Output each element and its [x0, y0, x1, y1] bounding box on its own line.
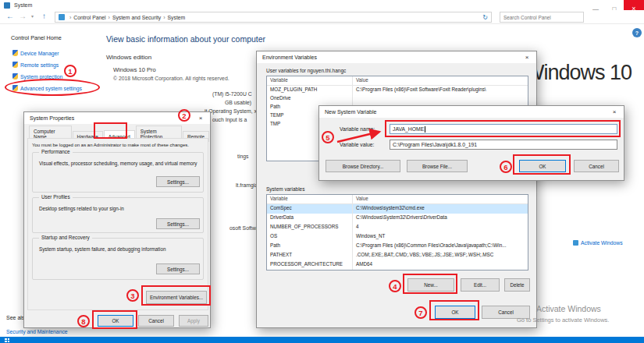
- control-panel-icon: [59, 14, 65, 20]
- pen-touch-fragment: ouch Input is a: [212, 117, 247, 122]
- startup-recovery-settings-button[interactable]: Settings...: [156, 263, 200, 274]
- sidebar-item-device-manager[interactable]: Device Manager: [12, 50, 59, 56]
- table-row[interactable]: OneDrive: [267, 94, 528, 103]
- delete-system-variable-button[interactable]: Delete: [504, 278, 530, 292]
- security-maintenance-link[interactable]: Security and Maintenance: [6, 329, 68, 334]
- new-system-variable-ok-button[interactable]: OK: [519, 160, 566, 172]
- history-dropdown-icon[interactable]: ▾: [31, 14, 34, 19]
- page-title: View basic information about your comput…: [106, 34, 265, 44]
- step-badge-1: 1: [64, 65, 76, 77]
- user-variables-label: User variables for nguyen.thi.hangc: [266, 68, 346, 73]
- activate-windows-label: Activate Windows: [581, 240, 623, 246]
- performance-settings-button[interactable]: Settings...: [156, 176, 200, 187]
- table-row[interactable]: MOZ_PLUGIN_PATHC:\Program Files (x86)\Fo…: [267, 86, 528, 94]
- search-input[interactable]: [500, 15, 583, 20]
- windows-edition-value: Windows 10 Pro: [113, 66, 156, 73]
- table-row[interactable]: DriverDataC:\Windows\System32\Drivers\Dr…: [267, 214, 528, 223]
- window-title: System: [14, 2, 32, 8]
- system-variables-table: Variable Value ComSpecC:\Windows\system3…: [266, 194, 528, 271]
- windows-edition-header: Windows edition: [106, 54, 151, 61]
- text-caret: [425, 126, 425, 133]
- table-header[interactable]: Variable Value: [267, 76, 528, 86]
- edit-system-variable-button[interactable]: Edit...: [461, 278, 500, 292]
- system-type-fragment: it Operating System, x: [205, 108, 257, 114]
- breadcrumb-separator: ›: [109, 15, 110, 20]
- environment-variables-ok-button[interactable]: OK: [435, 306, 475, 319]
- new-system-variable-titlebar[interactable]: New System Variable: [319, 106, 624, 118]
- search-box[interactable]: [500, 12, 584, 23]
- table-row-selected[interactable]: ComSpecC:\Windows\system32\cmd.exe: [267, 204, 528, 214]
- start-button-icon[interactable]: [5, 338, 9, 342]
- uac-shield-icon: [12, 73, 18, 80]
- user-profiles-group-desc: Desktop settings related to your sign-in: [39, 206, 198, 213]
- value-column-header[interactable]: Value: [353, 195, 528, 203]
- step1-highlight-oval: [5, 79, 100, 96]
- step-badge-3: 3: [126, 289, 139, 302]
- processor-fragment: (TM) i5-7200U C: [212, 91, 252, 97]
- variable-name-value: JAVA_HOME: [393, 126, 424, 132]
- performance-group: Performance Visual effects, processor sc…: [32, 152, 204, 193]
- activation-watermark-line2: Go to Settings to activate Windows.: [517, 316, 609, 324]
- sidebar-item-remote-settings[interactable]: Remote settings: [12, 62, 59, 68]
- table-row[interactable]: NUMBER_OF_PROCESSORS4: [267, 223, 528, 232]
- environment-variables-button[interactable]: Environment Variables...: [146, 291, 207, 304]
- copyright-text: © 2018 Microsoft Corporation. All rights…: [113, 76, 229, 81]
- value-column-header[interactable]: Value: [353, 76, 528, 85]
- navigation-bar: ← → ▾ ↑ › Control Panel › System and Sec…: [0, 10, 644, 24]
- browse-file-button[interactable]: Browse File...: [407, 160, 468, 172]
- startup-recovery-group-desc: System startup, system failure, and debu…: [39, 246, 198, 253]
- variable-name-input[interactable]: JAVA_HOME: [390, 124, 617, 134]
- breadcrumb-control-panel[interactable]: Control Panel: [73, 15, 105, 20]
- system-properties-dialog: System Properties × Computer Name Hardwa…: [23, 111, 211, 328]
- breadcrumb-system-security[interactable]: System and Security: [112, 15, 161, 20]
- table-row[interactable]: PATHEXT.COM;.EXE;.BAT;.CMD;.VBS;.VBE;.JS…: [267, 251, 528, 260]
- sidebar-home[interactable]: Control Panel Home: [11, 34, 62, 41]
- new-system-variable-button[interactable]: New...: [407, 278, 454, 292]
- system-window: System — □ × ← → ▾ ↑ › Control Panel › S…: [0, 0, 644, 343]
- system-properties-cancel-button[interactable]: Cancel: [138, 315, 174, 327]
- environment-variables-titlebar[interactable]: Environment Variables: [257, 51, 536, 63]
- system-properties-apply-button[interactable]: Apply: [179, 315, 208, 327]
- variable-value-value: C:\Program Files\Java\jdk1.8.0_191: [393, 142, 477, 147]
- table-row[interactable]: PROCESSOR_ARCHITECTUREAMD64: [267, 260, 528, 270]
- breadcrumb-separator: ›: [69, 15, 71, 20]
- taskbar[interactable]: [0, 337, 644, 343]
- window-titlebar[interactable]: System: [0, 0, 644, 10]
- system-properties-ok-button[interactable]: OK: [98, 315, 133, 327]
- admin-notice: You must be logged on as an Administrato…: [32, 143, 207, 147]
- breadcrumb-separator: ›: [163, 15, 165, 20]
- startup-recovery-group-title: Startup and Recovery: [39, 235, 92, 240]
- close-icon[interactable]: ×: [518, 51, 536, 63]
- user-profiles-settings-button[interactable]: Settings...: [156, 218, 200, 229]
- up-icon[interactable]: ↑: [42, 12, 46, 20]
- memory-fragment: GB usable): [225, 100, 251, 105]
- table-row[interactable]: PathC:\Program Files (x86)\Common Files\…: [267, 242, 528, 251]
- variable-value-input[interactable]: C:\Program Files\Java\jdk1.8.0_191: [390, 140, 617, 150]
- step-badge-5: 5: [322, 131, 334, 143]
- close-icon[interactable]: ×: [191, 112, 210, 124]
- startup-recovery-group: Startup and Recovery System startup, sys…: [32, 238, 204, 280]
- forward-icon[interactable]: →: [19, 12, 27, 20]
- environment-variables-title: Environment Variables: [262, 55, 317, 60]
- activate-windows-link[interactable]: Activate Windows: [573, 240, 623, 246]
- close-icon[interactable]: ×: [605, 106, 624, 118]
- table-row[interactable]: OSWindows_NT: [267, 232, 528, 242]
- new-system-variable-cancel-button[interactable]: Cancel: [574, 160, 619, 172]
- browse-directory-button[interactable]: Browse Directory...: [326, 160, 400, 172]
- user-profiles-group-title: User Profiles: [39, 194, 73, 200]
- activation-watermark-line1: Activate Windows: [536, 304, 601, 313]
- step-badge-4: 4: [389, 280, 401, 292]
- variable-column-header[interactable]: Variable: [267, 76, 353, 85]
- variable-column-header[interactable]: Variable: [267, 195, 353, 203]
- address-bar[interactable]: › Control Panel › System and Security › …: [55, 12, 492, 23]
- back-icon[interactable]: ←: [6, 12, 14, 20]
- uac-shield-icon: [12, 62, 18, 68]
- table-header[interactable]: Variable Value: [267, 195, 528, 204]
- uac-shield-icon: [12, 50, 18, 56]
- breadcrumb-system[interactable]: System: [168, 15, 186, 20]
- step-badge-2: 2: [178, 109, 190, 122]
- user-profiles-group: User Profiles Desktop settings related t…: [32, 197, 204, 233]
- performance-group-desc: Visual effects, processor scheduling, me…: [39, 161, 198, 168]
- help-button[interactable]: ?: [632, 28, 642, 37]
- refresh-icon[interactable]: ↻: [482, 14, 488, 21]
